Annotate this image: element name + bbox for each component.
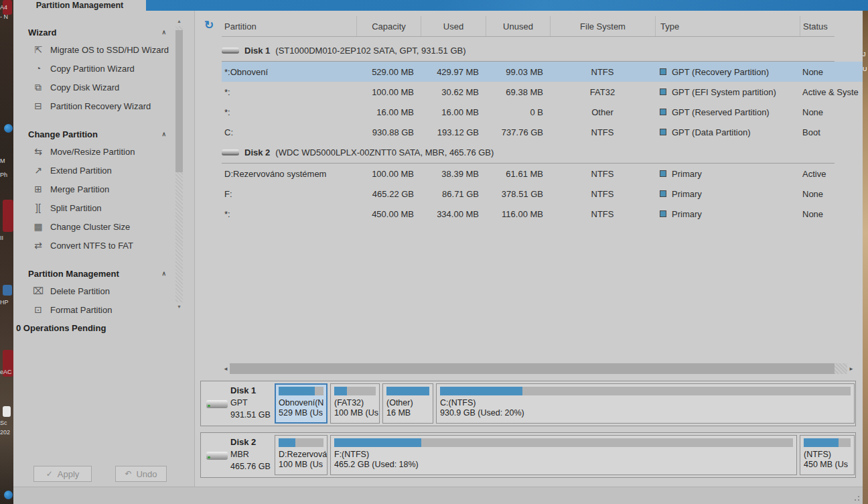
partition-block[interactable]: F:(NTFS)465.2 GB (Used: 18%) <box>330 435 797 475</box>
block-label: F:(NTFS) <box>334 450 793 460</box>
section-title-label: Partition Management <box>28 269 119 279</box>
partition-row[interactable]: D:Rezervováno systémem100.00 MB38.39 MB6… <box>222 164 863 184</box>
scroll-up-icon[interactable]: ▲ <box>175 17 183 25</box>
sidebar-item[interactable]: ▦Change Cluster Size <box>13 217 175 236</box>
extend-icon: ↗ <box>32 165 44 176</box>
sidebar-item-label: Migrate OS to SSD/HD Wizard <box>50 45 169 55</box>
desktop-icon <box>3 285 12 296</box>
sidebar-section-title[interactable]: Partition Management∧ <box>13 265 175 281</box>
cell-file-system: NTFS <box>550 62 655 82</box>
disk-name: Disk 2 <box>244 147 270 158</box>
h-scroll-thumb[interactable] <box>230 363 835 374</box>
chevron-up-icon[interactable]: ∧ <box>161 131 166 137</box>
partition-block[interactable]: D:Rezervová100 MB (Us <box>275 435 328 475</box>
partition-row[interactable]: *:450.00 MB334.00 MB116.00 MBNTFSPrimary… <box>222 204 863 224</box>
cell-unused: 69.38 MB <box>486 82 550 102</box>
sidebar-item-label: Move/Resize Partition <box>50 147 135 157</box>
block-size: 16 MB <box>386 408 429 418</box>
scroll-right-icon[interactable]: ► <box>847 366 855 372</box>
undo-icon: ↶ <box>125 469 131 479</box>
cell-type: GPT (Recovery Partition) <box>655 62 800 82</box>
sidebar-item[interactable]: ⌧Delete Partition <box>13 281 175 300</box>
scroll-left-icon[interactable]: ◄ <box>222 366 230 372</box>
sidebar-item-label: Change Cluster Size <box>50 222 130 232</box>
disk-group-header[interactable]: Disk 1(ST1000DM010-2EP102 SATA, GPT, 931… <box>195 40 863 61</box>
partition-type-icon <box>660 170 666 177</box>
usage-bar-fill <box>279 438 295 447</box>
partition-block[interactable]: Obnovení(N529 MB (Us <box>275 383 328 424</box>
sidebar-section-title[interactable]: Wizard∧ <box>13 24 175 40</box>
sidebar-item-label: Convert NTFS to FAT <box>50 241 133 251</box>
sidebar-item[interactable]: ⊟Partition Recovery Wizard <box>13 97 175 115</box>
section-title-label: Change Partition <box>28 129 98 139</box>
scroll-down-icon[interactable]: ▼ <box>175 303 183 311</box>
disk-group-header[interactable]: Disk 2(WDC WD5000LPLX-00ZNTT0 SATA, MBR,… <box>195 142 863 163</box>
sidebar-item[interactable]: ⊞Merge Partition <box>13 180 175 198</box>
table-header: PartitionCapacityUsedUnusedFile SystemTy… <box>222 16 863 36</box>
usage-bar-fill <box>279 387 315 395</box>
sidebar-item[interactable]: ⇄Convert NTFS to FAT <box>13 236 175 255</box>
partition-table-panel: ↻ PartitionCapacityUsedUnusedFile System… <box>194 11 863 487</box>
sidebar-scroll-track[interactable] <box>175 26 183 302</box>
sidebar-item[interactable]: ⇱Migrate OS to SSD/HD Wizard <box>13 40 175 59</box>
disk-drive-icon <box>222 48 239 54</box>
cell-type: Primary <box>655 164 800 184</box>
partition-block[interactable]: (NTFS)450 MB (Us <box>800 435 855 475</box>
cell-file-system: NTFS <box>550 122 655 142</box>
resize-grip[interactable] <box>852 493 860 501</box>
type-label: GPT (Reserved Partition) <box>672 107 770 117</box>
sidebar-scroll-thumb[interactable] <box>175 30 183 172</box>
sidebar-item[interactable]: ][Split Partition <box>13 198 175 217</box>
sidebar-item[interactable]: ⧉Copy Disk Wizard <box>13 78 175 97</box>
partition-row[interactable]: *:16.00 MB16.00 MB0 BOtherGPT (Reserved … <box>222 102 863 122</box>
type-label: GPT (Data Partition) <box>672 127 751 137</box>
delete-icon: ⌧ <box>32 286 44 296</box>
cell-partition: *:Obnovení <box>222 62 356 82</box>
check-icon: ✓ <box>46 469 53 479</box>
cell-status: None <box>800 102 863 122</box>
disk-map-size: 465.76 GB <box>230 462 271 471</box>
screen: A4- NMPhIIHPeACSc202 JU Partition Manage… <box>0 0 868 504</box>
undo-button[interactable]: ↶ Undo <box>115 466 167 482</box>
sidebar-item[interactable]: ↗Extend Partition <box>13 161 175 180</box>
partition-row[interactable]: C:930.88 GB193.12 GB737.76 GBNTFSGPT (Da… <box>222 122 863 142</box>
usage-bar-fill <box>386 387 429 395</box>
disk-map-panel-1: Disk 1GPT931.51 GBObnovení(N529 MB (Us(F… <box>200 381 856 426</box>
cell-used: 334.00 MB <box>421 204 486 224</box>
app-window: Wizard∧⇱Migrate OS to SSD/HD Wizard◔Copy… <box>13 11 863 504</box>
partition-row[interactable]: F:465.22 GB86.71 GB378.51 GBNTFSPrimaryN… <box>222 184 863 204</box>
h-scroll-track[interactable] <box>230 363 847 374</box>
block-label: C:(NTFS) <box>440 398 851 408</box>
tab-partition-management[interactable]: Partition Management <box>13 0 146 11</box>
desktop-icon-label: M <box>0 158 13 164</box>
desktop-icon-label: Sc <box>0 420 13 426</box>
cell-file-system: NTFS <box>550 204 655 224</box>
sidebar-item[interactable]: ◔Copy Partition Wizard <box>13 59 175 78</box>
refresh-icon[interactable]: ↻ <box>202 19 216 32</box>
block-label: Obnovení(N <box>279 398 323 408</box>
desktop-icon-label: 202 <box>0 429 13 436</box>
sidebar-scrollbar[interactable]: ▲ ▼ <box>175 17 183 311</box>
column-header: Capacity <box>356 16 421 36</box>
partition-block[interactable]: (FAT32)100 MB (Us <box>330 383 380 424</box>
sidebar-item[interactable]: ⇆Move/Resize Partition <box>13 142 175 161</box>
horizontal-scrollbar[interactable]: ◄ ► <box>222 363 855 375</box>
cell-capacity: 100.00 MB <box>356 164 421 184</box>
chevron-up-icon[interactable]: ∧ <box>161 270 166 277</box>
disk-drive-icon <box>206 452 228 460</box>
sidebar-section-title[interactable]: Change Partition∧ <box>13 126 175 142</box>
cell-used: 38.39 MB <box>421 164 486 184</box>
block-label: D:Rezervová <box>279 450 323 460</box>
column-header: Type <box>655 16 800 36</box>
partition-row[interactable]: *:Obnovení529.00 MB429.97 MB99.03 MBNTFS… <box>222 62 863 82</box>
disk-name: Disk 1 <box>244 46 270 56</box>
type-label: GPT (EFI System partition) <box>672 87 776 97</box>
chevron-up-icon[interactable]: ∧ <box>161 29 166 36</box>
partition-block[interactable]: C:(NTFS)930.9 GB (Used: 20%) <box>436 383 855 424</box>
sidebar-item[interactable]: ⊡Format Partition <box>13 300 175 319</box>
partition-block[interactable]: (Other)16 MB <box>382 383 433 424</box>
apply-button[interactable]: ✓ Apply <box>33 466 92 482</box>
cell-file-system: NTFS <box>550 184 655 204</box>
usage-bar <box>386 387 429 395</box>
partition-row[interactable]: *:100.00 MB30.62 MB69.38 MBFAT32GPT (EFI… <box>222 82 863 102</box>
